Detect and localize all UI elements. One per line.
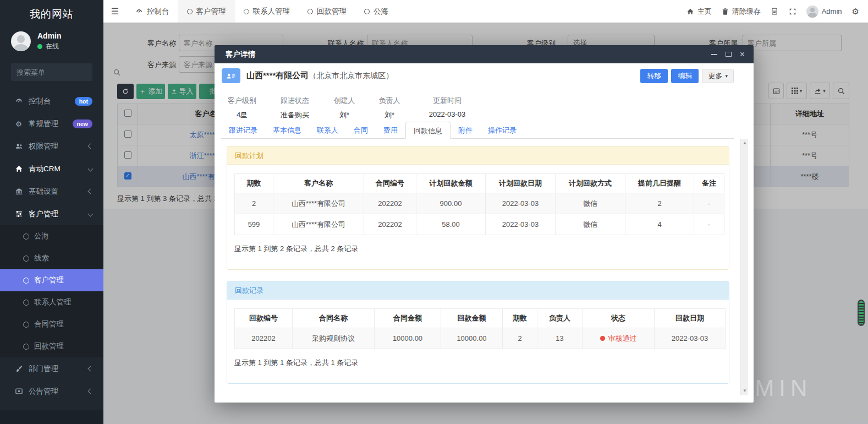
user-panel[interactable]: Admin 在线: [0, 27, 103, 57]
edit-button[interactable]: 编辑: [671, 69, 699, 83]
caret-down-icon: ▾: [725, 73, 728, 79]
tab-follow-records[interactable]: 跟进记录: [221, 122, 265, 138]
chevron-left-icon: [88, 389, 94, 394]
sidebar-item-auth[interactable]: 权限管理: [0, 135, 103, 157]
dialog-header[interactable]: 客户详情 ×: [215, 45, 754, 63]
customer-mgmt-submenu: 公海 线索 客户管理 联系人管理 合同管理 回款管理: [0, 225, 103, 357]
sidebar-item-crm[interactable]: 青动CRM: [0, 157, 103, 180]
sidebar-item-public-sea[interactable]: 公海: [0, 225, 103, 247]
tab-attachments[interactable]: 附件: [451, 122, 480, 138]
circle-icon: [187, 9, 193, 14]
bank-icon: [14, 187, 24, 195]
clear-cache-button[interactable]: 清除缓存: [722, 7, 761, 17]
tab-dashboard[interactable]: 控制台: [127, 0, 178, 23]
sidebar-item-customers[interactable]: 客户管理: [0, 269, 103, 291]
close-icon[interactable]: ×: [740, 50, 745, 59]
circle-icon: [23, 322, 29, 328]
avatar: [806, 6, 818, 18]
settings-gear-icon[interactable]: ⚙: [852, 7, 859, 17]
info-label: 创建人: [327, 96, 362, 106]
user-name: Admin: [37, 31, 62, 40]
gears-icon: ⚙: [14, 119, 24, 128]
tab-expenses[interactable]: 费用: [376, 122, 405, 138]
sidebar-item-general[interactable]: ⚙ 常规管理 new: [0, 112, 103, 135]
chevron-left-icon: [88, 366, 94, 372]
circle-icon: [23, 300, 29, 306]
id-card-icon: [222, 68, 240, 83]
home-button[interactable]: 主页: [686, 7, 712, 17]
info-label: 更新时间: [417, 96, 477, 106]
menu-search[interactable]: [11, 63, 92, 81]
sidebar-item-leads[interactable]: 线索: [0, 247, 103, 269]
gauge-icon: [14, 97, 24, 105]
topbar: ☰ 控制台 客户管理 联系人管理 回款管理 公海 主页: [103, 0, 868, 23]
tab-basic-info[interactable]: 基本信息: [265, 122, 309, 138]
record-table: 回款编号 合同名称 合同金额 回款金额 期数 负责人 状态 回款日期: [234, 308, 726, 349]
tab-receivable-info[interactable]: 回款信息: [405, 122, 451, 139]
sidebar-item-contracts[interactable]: 合同管理: [0, 313, 103, 335]
sidebar: 我的网站 Admin 在线 控制台 hot ⚙ 常规管理 new 权限管理: [0, 0, 103, 424]
user-menu[interactable]: Admin: [806, 6, 842, 18]
refresh-page-icon[interactable]: [771, 7, 779, 15]
record-table-row[interactable]: 202202 采购规则协议 10000.00 10000.00 2 13 审核通…: [235, 328, 726, 349]
record-table-header: 回款编号 合同名称 合同金额 回款金额 期数 负责人 状态 回款日期: [235, 309, 726, 328]
plan-table-row[interactable]: 599 山西****有限公司 202202 58.00 2022-03-03 微…: [235, 214, 724, 235]
tab-contacts[interactable]: 联系人: [309, 122, 346, 138]
fullscreen-icon[interactable]: [789, 8, 796, 15]
sidebar-item-departments[interactable]: 部门管理: [0, 357, 103, 380]
transfer-button[interactable]: 转移: [640, 69, 668, 83]
maximize-icon[interactable]: [726, 52, 732, 57]
chevron-left-icon: [88, 144, 94, 149]
info-label: 客户级别: [221, 96, 263, 106]
plan-table: 期数 客户名称 合同编号 计划回款金额 计划回款日期 计划回款方式 提前几日提醒…: [234, 173, 724, 235]
tab-customers[interactable]: 客户管理: [178, 0, 235, 23]
plan-table-row[interactable]: 2 山西****有限公司 202202 900.00 2022-03-03 微信…: [235, 193, 724, 214]
minimize-icon[interactable]: [711, 54, 717, 55]
sidebar-item-announcements[interactable]: 公告管理: [0, 380, 103, 403]
customer-name: 山西****有限公司: [246, 70, 309, 81]
hamburger-menu-icon[interactable]: ☰: [103, 0, 127, 23]
tab-receivables[interactable]: 回款管理: [299, 0, 355, 23]
board-icon: [14, 387, 24, 395]
new-badge: new: [73, 119, 92, 128]
plan-table-header: 期数 客户名称 合同编号 计划回款金额 计划回款日期 计划回款方式 提前几日提醒…: [235, 174, 724, 193]
circle-icon: [364, 9, 370, 14]
tab-contacts[interactable]: 联系人管理: [235, 0, 299, 23]
scrollbar-stripes: [859, 301, 864, 324]
sidebar-item-customer-mgmt[interactable]: 客户管理: [0, 203, 103, 225]
info-label: 负责人: [372, 96, 407, 106]
chevron-down-icon: [88, 166, 94, 172]
dialog-scrollbar[interactable]: ▲ ▼: [740, 139, 748, 395]
circle-icon: [244, 9, 249, 14]
circle-icon: [307, 9, 313, 14]
sidebar-item-contacts[interactable]: 联系人管理: [0, 291, 103, 313]
detail-tabs: 跟进记录 基本信息 联系人 合同 费用 回款信息 附件 操作记录: [221, 122, 734, 139]
tab-public-sea[interactable]: 公海: [355, 0, 397, 23]
status-badge: 审核通过: [608, 334, 637, 343]
menu-search-input[interactable]: [17, 68, 113, 77]
customer-header: 山西****有限公司 （北京市北京市东城区） 转移 编辑 更多▾: [222, 68, 734, 83]
app-window: 我的网站 Admin 在线 控制台 hot ⚙ 常规管理 new 权限管理: [0, 0, 868, 424]
info-value: 2022-03-03: [417, 110, 477, 118]
scroll-up-icon[interactable]: ▲: [741, 140, 749, 145]
brush-icon: [14, 365, 24, 373]
chevron-down-icon: [88, 211, 94, 217]
circle-icon: [23, 344, 29, 350]
more-button[interactable]: 更多▾: [702, 69, 734, 83]
sidebar-item-receivables[interactable]: 回款管理: [0, 335, 103, 357]
info-value: 4星: [221, 110, 263, 120]
customer-info-row: 客户级别 4星 跟进状态 准备购买 创建人 刘* 负责人 刘* 更新时间 202…: [221, 96, 487, 120]
dialog-title: 客户详情: [226, 50, 255, 59]
record-panel: 回款记录 回款编号 合同名称 合同金额 回款金额 期数 负责人: [227, 281, 729, 384]
tab-operation-log[interactable]: 操作记录: [480, 122, 524, 138]
status-dot-icon: [600, 336, 605, 341]
customer-region: （北京市北京市东城区）: [309, 71, 393, 81]
circle-icon: [23, 233, 29, 240]
tab-contracts[interactable]: 合同: [346, 122, 376, 138]
sidebar-item-dashboard[interactable]: 控制台 hot: [0, 90, 103, 112]
scroll-down-icon[interactable]: ▼: [741, 388, 749, 393]
sidebar-item-base-settings[interactable]: 基础设置: [0, 180, 103, 203]
page-scrollbar-thumb[interactable]: [858, 300, 865, 326]
online-dot-icon: [37, 44, 42, 49]
home-icon: [686, 8, 694, 15]
